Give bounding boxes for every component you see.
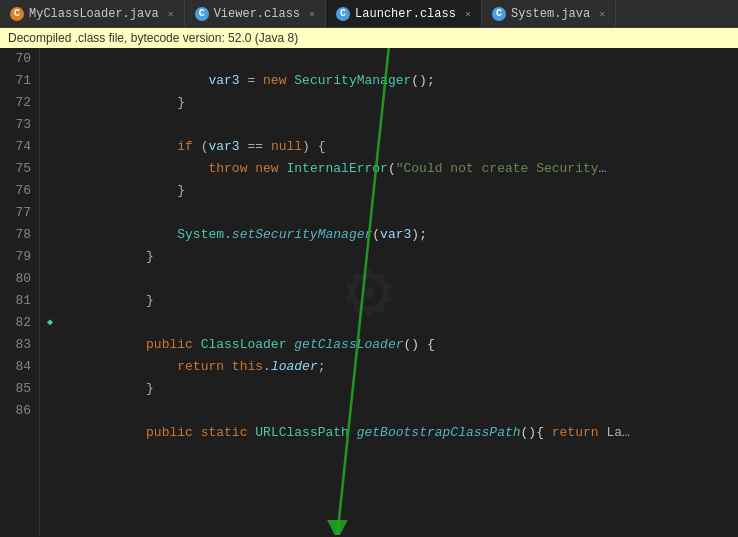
line-num-86: 86 — [4, 400, 31, 422]
line-num-70: 70 — [4, 48, 31, 70]
gutter-78 — [40, 224, 60, 246]
line-num-80: 80 — [4, 268, 31, 290]
code-line-77: System.setSecurityManager(var3); — [60, 202, 738, 224]
tab-close-system[interactable]: ✕ — [599, 8, 605, 20]
line-num-79: 79 — [4, 246, 31, 268]
code-line-82: public ClassLoader getClassLoader() { — [60, 312, 738, 334]
gutter-86 — [40, 400, 60, 422]
editor: ⚙ 70 71 72 73 74 75 76 77 78 79 80 81 82… — [0, 48, 738, 535]
gutter-76 — [40, 180, 60, 202]
gutter-82: ◆ — [40, 312, 60, 334]
gutter-81 — [40, 290, 60, 312]
code-area[interactable]: var3 = new SecurityManager(); } if (var3… — [60, 48, 738, 535]
tab-launcher[interactable]: C Launcher.class ✕ — [326, 0, 482, 27]
tab-myclassloader[interactable]: C MyClassLoader.java ✕ — [0, 0, 185, 27]
line-num-76: 76 — [4, 180, 31, 202]
gutter-80 — [40, 268, 60, 290]
code-line-70: var3 = new SecurityManager(); — [60, 48, 738, 70]
code-line-79 — [60, 246, 738, 268]
tab-close-launcher[interactable]: ✕ — [465, 8, 471, 20]
gutter-72 — [40, 92, 60, 114]
line-num-78: 78 — [4, 224, 31, 246]
code-line-85 — [60, 378, 738, 400]
tab-system[interactable]: C System.java ✕ — [482, 0, 616, 27]
code-line-81 — [60, 290, 738, 312]
tab-icon-viewer: C — [195, 7, 209, 21]
tab-label-myclassloader: MyClassLoader.java — [29, 7, 159, 21]
gutter-70 — [40, 48, 60, 70]
gutter-85 — [40, 378, 60, 400]
tab-bar: C MyClassLoader.java ✕ C Viewer.class ✕ … — [0, 0, 738, 28]
code-line-86: public static URLClassPath getBootstrapC… — [60, 400, 738, 422]
tab-label-viewer: Viewer.class — [214, 7, 300, 21]
gutter-77 — [40, 202, 60, 224]
gutter-84 — [40, 356, 60, 378]
line-num-75: 75 — [4, 158, 31, 180]
line-num-82: 82 — [4, 312, 31, 334]
svg-marker-1 — [327, 520, 348, 535]
info-bar-text: Decompiled .class file, bytecode version… — [8, 31, 298, 45]
tab-label-launcher: Launcher.class — [355, 7, 456, 21]
line-numbers: 70 71 72 73 74 75 76 77 78 79 80 81 82 8… — [0, 48, 40, 535]
tab-icon-launcher: C — [336, 7, 350, 21]
line-num-71: 71 — [4, 70, 31, 92]
gutter-73 — [40, 114, 60, 136]
tab-close-myclassloader[interactable]: ✕ — [168, 8, 174, 20]
tab-icon-system: C — [492, 7, 506, 21]
line-num-85: 85 — [4, 378, 31, 400]
gutter-79 — [40, 246, 60, 268]
code-line-73: if (var3 == null) { — [60, 114, 738, 136]
gutter-71 — [40, 70, 60, 92]
line-num-73: 73 — [4, 114, 31, 136]
tab-viewer[interactable]: C Viewer.class ✕ — [185, 0, 326, 27]
tab-close-viewer[interactable]: ✕ — [309, 8, 315, 20]
info-bar: Decompiled .class file, bytecode version… — [0, 28, 738, 48]
line-num-83: 83 — [4, 334, 31, 356]
line-num-81: 81 — [4, 290, 31, 312]
gutter-75 — [40, 158, 60, 180]
tab-icon-myclassloader: C — [10, 7, 24, 21]
tab-label-system: System.java — [511, 7, 590, 21]
line-num-74: 74 — [4, 136, 31, 158]
gutter-83 — [40, 334, 60, 356]
code-line-80: } — [60, 268, 738, 290]
line-num-72: 72 — [4, 92, 31, 114]
line-num-84: 84 — [4, 356, 31, 378]
gutter-74 — [40, 136, 60, 158]
gutter: ◆ — [40, 48, 60, 535]
line-num-77: 77 — [4, 202, 31, 224]
